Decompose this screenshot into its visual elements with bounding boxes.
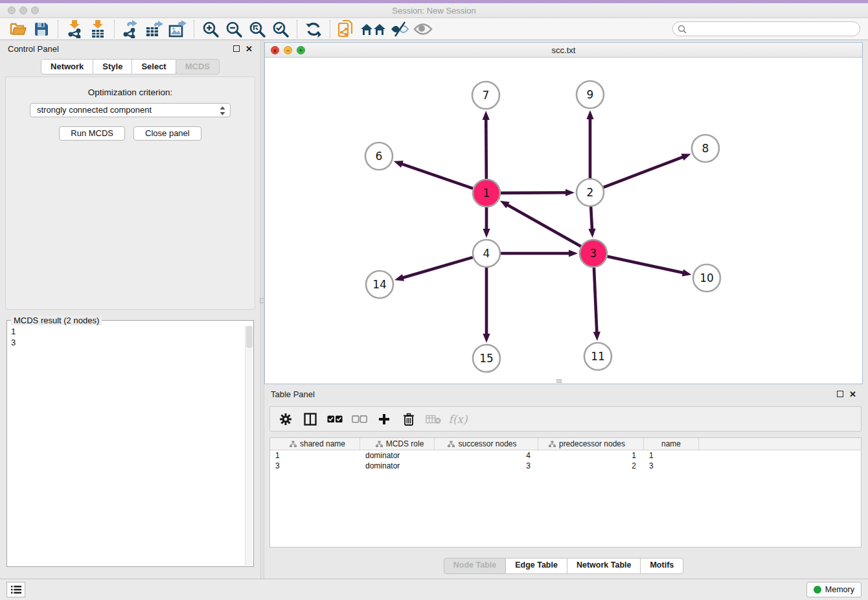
- mcds-result-text[interactable]: 1 3: [8, 326, 244, 565]
- zoom-in-button[interactable]: [201, 19, 220, 39]
- graph-node-10[interactable]: 10: [693, 264, 720, 292]
- graph-node-14[interactable]: 14: [366, 271, 393, 298]
- apply-layout-button[interactable]: [304, 19, 323, 39]
- graph-node-6[interactable]: 6: [365, 143, 393, 170]
- close-panel-icon[interactable]: ✕: [246, 44, 253, 54]
- search-input[interactable]: [687, 25, 849, 34]
- table-cell[interactable]: 1: [538, 450, 644, 461]
- table-cell[interactable]: 3: [270, 461, 360, 471]
- export-table-button[interactable]: [144, 19, 164, 39]
- graphics-details-button[interactable]: [390, 19, 409, 39]
- graph-edge-4-15[interactable]: [483, 268, 490, 343]
- table-cell[interactable]: 2: [538, 461, 644, 471]
- tab-motifs[interactable]: Motifs: [641, 558, 683, 574]
- delete-columns-button[interactable]: [401, 411, 417, 427]
- mcds-buttons: Run MCDS Close panel: [6, 126, 255, 141]
- network-resize-handle[interactable]: [556, 379, 562, 383]
- column-header-predecessor-nodes[interactable]: predecessor nodes: [538, 438, 644, 450]
- node-table: shared name MCDS role successor nodes pr…: [269, 437, 862, 548]
- zoom-selected-button[interactable]: [271, 19, 290, 39]
- bird-eye-view-button[interactable]: [413, 19, 433, 39]
- graph-edge-1-4[interactable]: [483, 207, 490, 238]
- graph-node-1[interactable]: 1: [473, 179, 500, 207]
- close-panel-button[interactable]: Close panel: [133, 126, 201, 141]
- export-image-button[interactable]: [168, 19, 187, 39]
- graph-edge-4-14[interactable]: [394, 257, 473, 281]
- column-header-name[interactable]: name: [644, 438, 699, 450]
- clone-network-button[interactable]: [337, 19, 356, 39]
- graph-edge-3-11[interactable]: [593, 268, 600, 341]
- function-builder-button[interactable]: f(x): [450, 411, 466, 427]
- column-header-shared-name[interactable]: shared name: [270, 438, 360, 450]
- network-titlebar[interactable]: x − + scc.txt: [265, 43, 862, 58]
- result-line: 1: [11, 326, 244, 337]
- table-cell[interactable]: 1: [270, 450, 360, 461]
- graph-node-8[interactable]: 8: [692, 135, 719, 162]
- graph-node-7[interactable]: 7: [472, 82, 499, 109]
- table-cell[interactable]: dominator: [360, 461, 435, 471]
- svg-text:15: 15: [479, 352, 494, 365]
- svg-text:10: 10: [700, 271, 714, 284]
- graph-edge-2-3[interactable]: [588, 207, 595, 238]
- graph-node-9[interactable]: 9: [577, 81, 604, 108]
- graph-edge-4-3[interactable]: [501, 249, 578, 257]
- table-cell[interactable]: 3: [435, 461, 538, 471]
- network-overview-button[interactable]: [360, 19, 386, 39]
- select-all-button[interactable]: [327, 411, 343, 427]
- show-column-panel-button[interactable]: [303, 411, 318, 427]
- tab-network-table[interactable]: Network Table: [567, 558, 641, 574]
- graph-edge-3-1[interactable]: [500, 201, 581, 246]
- graph-node-4[interactable]: 4: [473, 240, 500, 267]
- table-cell[interactable]: dominator: [360, 450, 435, 461]
- tab-edge-table[interactable]: Edge Table: [506, 558, 567, 574]
- table-row[interactable]: 1dominator411: [270, 450, 861, 461]
- close-table-panel-icon[interactable]: ✕: [849, 389, 856, 399]
- import-table-button[interactable]: [88, 19, 108, 39]
- run-mcds-button[interactable]: Run MCDS: [59, 126, 125, 141]
- fit-content-button[interactable]: [247, 19, 267, 39]
- graph-node-11[interactable]: 11: [584, 343, 611, 370]
- control-panel-header: Control Panel ✕: [0, 40, 260, 57]
- column-header-mcds-role[interactable]: MCDS role: [360, 438, 435, 450]
- task-history-button[interactable]: [6, 582, 25, 597]
- memory-button[interactable]: Memory: [806, 582, 862, 597]
- columns-icon: [304, 413, 317, 426]
- toolbar-separator: [58, 20, 58, 38]
- table-row[interactable]: 3dominator323: [270, 461, 861, 471]
- tab-style[interactable]: Style: [93, 59, 132, 75]
- open-session-button[interactable]: [8, 19, 28, 39]
- float-panel-icon[interactable]: [233, 45, 240, 52]
- export-network-button[interactable]: [121, 19, 141, 39]
- create-column-button[interactable]: [376, 411, 392, 427]
- tab-node-table[interactable]: Node Table: [444, 558, 506, 574]
- criterion-dropdown[interactable]: strongly connected component: [30, 103, 231, 117]
- table-cell[interactable]: 4: [435, 450, 538, 461]
- delete-table-button[interactable]: [426, 411, 441, 427]
- graph-node-3[interactable]: 3: [580, 240, 607, 267]
- graph-edge-2-8[interactable]: [604, 154, 691, 187]
- table-cell[interactable]: 3: [644, 461, 699, 471]
- graph-edge-1-6[interactable]: [394, 161, 473, 189]
- graph-edge-2-9[interactable]: [586, 110, 593, 178]
- graph-node-2[interactable]: 2: [577, 179, 604, 206]
- result-scrollbar[interactable]: [245, 326, 253, 566]
- column-label: name: [661, 439, 681, 448]
- zoom-out-button[interactable]: [224, 19, 244, 39]
- network-canvas[interactable]: 1234678910111415: [265, 58, 862, 384]
- graph-edge-1-7[interactable]: [483, 111, 490, 179]
- column-header-successor-nodes[interactable]: successor nodes: [435, 438, 538, 450]
- tab-network[interactable]: Network: [41, 59, 93, 75]
- deselect-all-button[interactable]: [352, 411, 367, 427]
- tab-mcds[interactable]: MCDS: [176, 59, 220, 75]
- save-session-button[interactable]: [32, 19, 51, 39]
- graph-node-15[interactable]: 15: [473, 345, 500, 372]
- toolbar-search[interactable]: [672, 21, 860, 36]
- float-table-panel-icon[interactable]: [837, 391, 843, 397]
- tab-select[interactable]: Select: [132, 59, 176, 75]
- graph-edge-1-2[interactable]: [501, 189, 575, 196]
- table-options-button[interactable]: [278, 411, 293, 427]
- result-scrollbar-thumb[interactable]: [246, 326, 253, 348]
- graph-edge-3-10[interactable]: [607, 257, 691, 277]
- table-cell[interactable]: 1: [644, 450, 699, 461]
- import-network-button[interactable]: [65, 19, 84, 39]
